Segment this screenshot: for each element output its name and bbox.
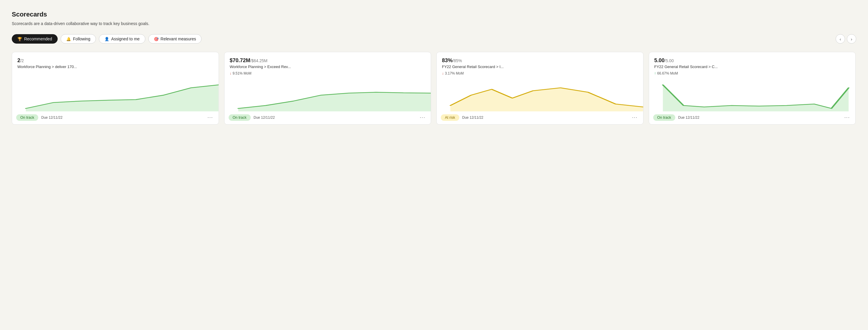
card-value: $70.72M/$64.25M xyxy=(230,57,426,64)
more-button[interactable]: ··· xyxy=(419,114,427,121)
page-subtitle: Scorecards are a data-driven collaborati… xyxy=(12,21,856,26)
svg-marker-1 xyxy=(238,92,431,111)
card-name: Workforce Planning > Exceed Rev... xyxy=(230,64,426,69)
mom-value: 9.51% MoM xyxy=(233,71,252,76)
card-header: 83%/85% FY22 General Retail Scorecard > … xyxy=(437,52,643,77)
card-header: 5.00/5.00 FY22 General Retail Scorecard … xyxy=(649,52,856,77)
mom-arrow: ↓ xyxy=(442,71,444,76)
card-value-secondary: /85% xyxy=(453,58,462,63)
mom-value: 3.17% MoM xyxy=(445,71,464,76)
card-mom: ↓ 3.17% MoM xyxy=(442,71,638,76)
card-value-secondary: /2 xyxy=(20,58,24,63)
tab-assigned[interactable]: 👤Assigned to me xyxy=(99,34,145,44)
card-value: 5.00/5.00 xyxy=(654,57,850,64)
more-button[interactable]: ··· xyxy=(631,114,639,121)
nav-arrows: ‹ › xyxy=(836,34,856,44)
tab-label-assigned: Assigned to me xyxy=(111,36,140,41)
chart-svg xyxy=(649,79,856,111)
due-date: Due 12/11/22 xyxy=(678,115,700,120)
scorecard-card4: 5.00/5.00 FY22 General Retail Scorecard … xyxy=(649,52,856,125)
tab-icon-following: 🔔 xyxy=(66,37,71,41)
filter-tabs: 🏆Recommended🔔Following👤Assigned to me🎯Re… xyxy=(12,34,856,44)
card-value: 2/2 xyxy=(18,57,213,64)
mom-arrow: ↓ xyxy=(230,71,231,76)
tab-relevant[interactable]: 🎯Relevant measures xyxy=(148,34,202,44)
next-button[interactable]: › xyxy=(847,34,856,44)
card-value-secondary: /5.00 xyxy=(665,58,674,63)
card-name: FY22 General Retail Scorecard > I... xyxy=(442,64,638,69)
card-name: Workforce Planning > deliver 170... xyxy=(18,64,213,69)
cards-row: 2/2 Workforce Planning > deliver 170... … xyxy=(12,52,856,125)
status-badge: On track xyxy=(653,114,675,121)
status-badge: On track xyxy=(228,114,251,121)
tab-icon-assigned: 👤 xyxy=(104,37,109,41)
prev-button[interactable]: ‹ xyxy=(836,34,845,44)
scorecard-card1: 2/2 Workforce Planning > deliver 170... … xyxy=(12,52,219,125)
chart-area xyxy=(12,77,219,111)
tab-icon-recommended: 🏆 xyxy=(18,37,22,41)
tab-label-recommended: Recommended xyxy=(24,36,52,41)
svg-marker-0 xyxy=(26,85,219,111)
chart-svg xyxy=(12,79,219,111)
tab-recommended[interactable]: 🏆Recommended xyxy=(12,34,58,44)
due-date: Due 12/11/22 xyxy=(462,115,484,120)
card-name: FY22 General Retail Scorecard > C... xyxy=(654,64,850,69)
card-mom: ↑ 66.67% MoM xyxy=(654,71,850,76)
tab-label-relevant: Relevant measures xyxy=(161,36,196,41)
card-header: $70.72M/$64.25M Workforce Planning > Exc… xyxy=(224,52,431,77)
card-value-secondary: /$64.25M xyxy=(250,58,268,63)
card-footer: On track Due 12/11/22 ··· xyxy=(224,111,431,124)
chart-svg xyxy=(437,79,643,111)
more-button[interactable]: ··· xyxy=(206,114,214,121)
svg-marker-2 xyxy=(451,88,643,111)
chart-area xyxy=(224,77,431,111)
status-badge: On track xyxy=(16,114,38,121)
more-button[interactable]: ··· xyxy=(843,114,851,121)
page-title: Scorecards xyxy=(12,10,856,18)
tab-icon-relevant: 🎯 xyxy=(154,37,159,41)
mom-arrow: ↑ xyxy=(654,71,656,76)
chart-area xyxy=(649,77,856,111)
svg-marker-3 xyxy=(662,85,848,111)
tab-label-following: Following xyxy=(73,36,90,41)
card-value: 83%/85% xyxy=(442,57,638,64)
scorecard-card2: $70.72M/$64.25M Workforce Planning > Exc… xyxy=(224,52,431,125)
due-date: Due 12/11/22 xyxy=(41,115,62,120)
chart-area xyxy=(437,77,643,111)
card-mom: ↓ 9.51% MoM xyxy=(230,71,426,76)
card-footer: On track Due 12/11/22 ··· xyxy=(649,111,856,124)
mom-value: 66.67% MoM xyxy=(657,71,678,76)
scorecard-card3: 83%/85% FY22 General Retail Scorecard > … xyxy=(436,52,644,125)
chart-svg xyxy=(224,79,431,111)
due-date: Due 12/11/22 xyxy=(254,115,275,120)
status-badge: At risk xyxy=(441,114,459,121)
card-header: 2/2 Workforce Planning > deliver 170... xyxy=(12,52,219,77)
card-footer: At risk Due 12/11/22 ··· xyxy=(437,111,643,124)
tab-following[interactable]: 🔔Following xyxy=(61,34,96,44)
card-footer: On track Due 12/11/22 ··· xyxy=(12,111,219,124)
